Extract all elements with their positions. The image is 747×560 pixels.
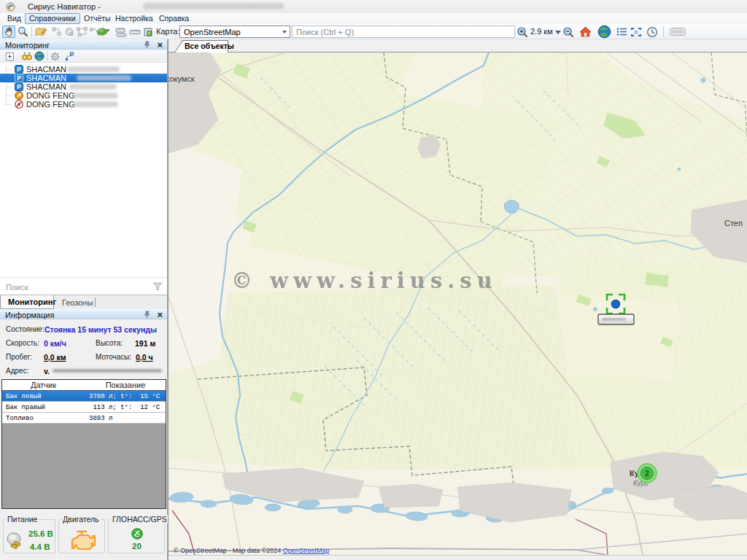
pin-icon[interactable] [143,311,151,319]
power-main-value: 25.6 В [28,529,53,538]
ruler-route-button[interactable] [128,26,142,38]
area-style-button[interactable] [96,26,113,38]
menu-spravochniki[interactable]: Справочники [25,13,80,24]
title-bar: Сириус Навигатор - [0,0,747,13]
polygon-tool-icon [77,27,88,36]
attribution-text: © OpenStreetMap - Map data ©2024 [174,547,283,554]
engine-label: Двигатель [61,515,101,524]
map-tab-all-objects[interactable]: Все объекты [174,40,228,52]
sensor-row-selected[interactable]: Бак левый 3780 л; t°: 15 °C [2,391,166,402]
parking-status-icon: P [15,82,23,91]
power-backup-value: 4.4 В [30,542,50,551]
node-tool-icon [52,27,62,36]
polygon-tool-button-disabled[interactable] [75,26,88,38]
tree-item-vehicle[interactable]: P SHACMAN [0,65,167,74]
zoom-in-button[interactable] [516,26,529,38]
col-sensor: Датчик [2,381,85,389]
circle-tool-button-disabled[interactable] [63,26,76,38]
cluster-marker[interactable]: 2 [638,464,657,483]
measure-area-icon [143,27,154,37]
globe-button[interactable] [596,26,612,38]
zoom-tool-button[interactable] [16,26,29,38]
search-placeholder: Поиск (Ctrl + Q) [296,28,354,36]
scale-select[interactable]: 2.9 км [530,27,561,36]
vehicle-label: SHACMAN [26,82,66,91]
settings-gear-icon[interactable] [50,51,61,61]
mileage-value[interactable]: 0,0 км [44,353,66,362]
hours-value[interactable]: 0,0 ч [136,353,153,362]
tree-search-input[interactable]: Поиск [0,277,167,295]
close-icon[interactable]: × [157,39,163,50]
vehicle-label: DONG FENG [26,91,75,100]
svg-text:P: P [17,74,21,82]
gps-satellites-value: 20 [132,542,142,551]
menu-nastroyka[interactable]: Настройка [112,13,157,24]
expand-all-icon[interactable] [4,51,15,61]
map-viewport[interactable]: Кур Курс 2 хокумск Степ © www.sirius.su … [169,52,747,555]
globe-small-icon[interactable] [34,51,44,61]
history-clock-icon [646,26,658,38]
pin-icon[interactable] [143,41,151,49]
tree-item-vehicle[interactable]: DONG FENG [0,91,167,100]
moving-status-icon [15,91,23,100]
state-label: Состояние: [6,325,44,333]
map-layer-value: OpenStreetMap [184,28,241,36]
info-panel-title: Информация [5,311,54,319]
toolbar-search-input[interactable]: Поиск (Ctrl + Q) [292,26,515,38]
measure-area-button[interactable] [142,26,155,38]
map-edit-button[interactable] [34,26,47,38]
sensor-table-header: Датчик Показание [2,380,166,391]
zoom-out-button[interactable] [562,26,575,38]
fit-extent-button[interactable] [630,26,643,38]
history-clock-button[interactable] [646,26,659,38]
sensor-name: Бак левый [6,393,42,400]
window-title: Сириус Навигатор - [28,2,101,11]
pan-hand-button[interactable] [2,26,15,38]
menu-otchety[interactable]: Отчёты [80,13,115,24]
map-layer-select[interactable]: OpenStreetMap [179,26,290,38]
sensor-value: 113 л; t°: 12 °C [89,404,160,411]
attribution-link[interactable]: OpenStreetMap [283,547,330,554]
tree-item-vehicle-selected[interactable]: P SHACMAN [0,74,167,82]
monitoring-panel-header: Мониторинг × [0,39,167,50]
tree-search-placeholder: Поиск [6,283,28,292]
sensor-row[interactable]: Бак правый 113 л; t°: 12 °C [2,402,166,413]
address-label: Адрес: [6,367,28,375]
object-list-button[interactable] [615,26,628,38]
node-tool-button-disabled[interactable] [50,26,63,38]
globe-icon [597,25,611,39]
speed-value: 0 км/ч [44,339,66,348]
device-panel-button-disabled[interactable] [668,26,687,38]
binoculars-icon[interactable] [21,51,32,61]
sensor-name: Топливо [6,415,34,422]
tab-geozones[interactable]: Геозоны [55,295,95,309]
sensor-table: Датчик Показание Бак левый 3780 л; t°: 1… [1,379,166,509]
sensor-row[interactable]: Топливо 3893 л [2,413,166,424]
home-button[interactable] [578,26,592,38]
vehicle-label: DONG FENG [26,100,75,109]
toolbar-separator [663,26,664,37]
zoom-out-icon [562,26,574,37]
map-edit-icon [35,27,47,37]
sensor-name: Бак правый [6,404,45,411]
title-blur [143,3,284,9]
sensor-value: 3780 л; t°: 15 °C [89,393,160,400]
plate-blur [77,75,131,81]
tab-separator [95,298,96,307]
satellite-icon [131,528,143,540]
tree-item-vehicle[interactable]: P SHACMAN [0,82,167,91]
altitude-label: Высота: [96,339,123,347]
tree-item-vehicle[interactable]: DONG FENG [0,100,167,109]
parking-status-icon: P [15,65,23,74]
chevron-down-icon [282,31,287,34]
object-list-icon [616,27,627,36]
route-icon[interactable] [64,51,75,61]
menu-vid[interactable]: Вид [4,13,25,24]
ruler-distance-button[interactable] [115,26,128,38]
tab-monitoring[interactable]: Мониторинг [0,295,54,309]
filter-funnel-icon[interactable] [152,281,163,292]
close-icon[interactable]: × [157,309,163,320]
menu-spravka[interactable]: Справка [155,13,193,24]
gps-label: ГЛОНАСС/GPS [111,515,169,524]
plate-blur [73,93,118,98]
